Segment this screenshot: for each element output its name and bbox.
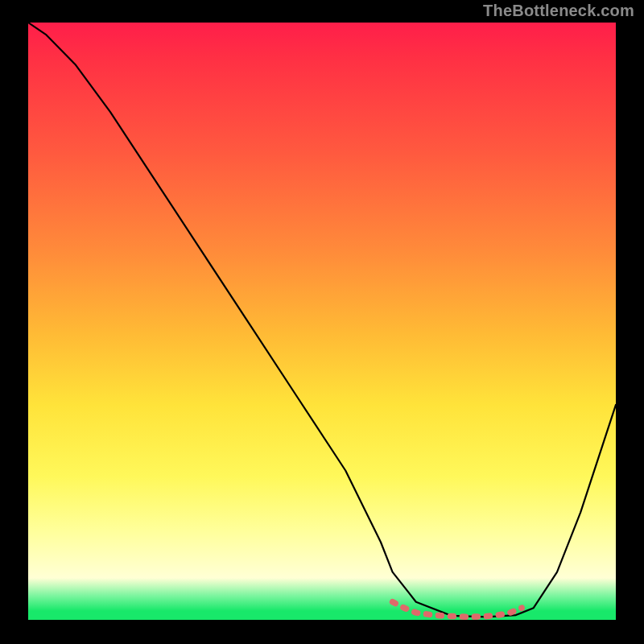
plot-area xyxy=(28,23,616,620)
optimal-segment-path xyxy=(393,602,522,617)
watermark-text: TheBottleneck.com xyxy=(483,2,634,20)
bottleneck-curve-path xyxy=(28,23,616,617)
chart-frame: TheBottleneck.com xyxy=(0,0,644,644)
curve-layer xyxy=(28,23,616,620)
